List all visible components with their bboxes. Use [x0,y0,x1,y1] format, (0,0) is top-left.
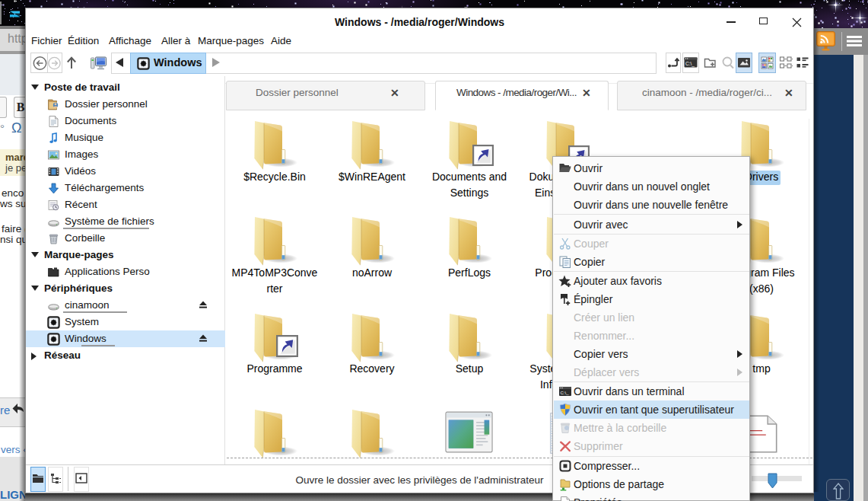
svg-text:C:\_: C:\_ [561,391,570,395]
svg-text:C:\_: C:\_ [685,61,695,67]
